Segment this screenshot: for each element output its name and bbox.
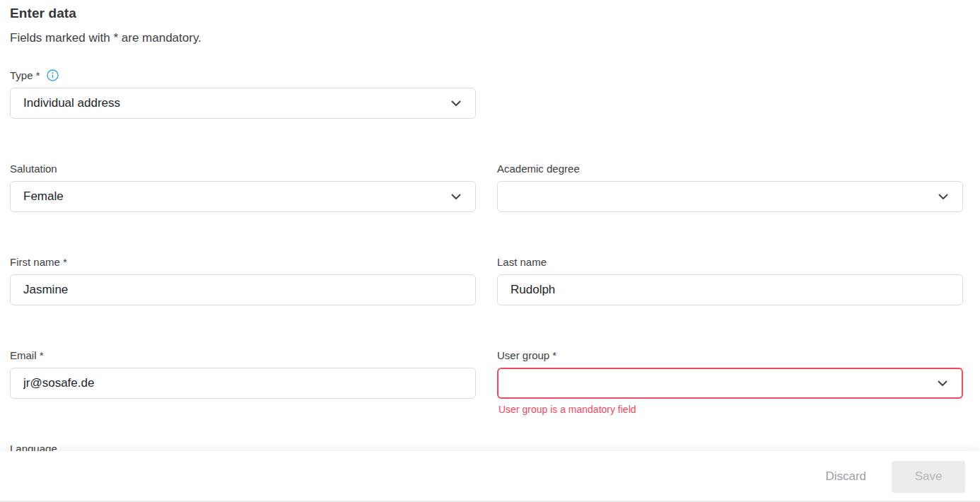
chevron-down-icon (937, 190, 950, 203)
page-title: Enter data (10, 6, 963, 21)
type-select[interactable]: Individual address (10, 88, 476, 119)
salutation-select-value: Female (23, 189, 64, 204)
academic-degree-select[interactable] (497, 181, 963, 212)
salutation-select[interactable]: Female (10, 181, 476, 212)
enter-data-form: Enter data Fields marked with * are mand… (0, 0, 980, 502)
user-group-label: User group * (497, 348, 963, 362)
first-name-label: First name * (10, 255, 476, 269)
form-action-bar: Discard Save (0, 451, 980, 502)
chevron-down-icon (450, 97, 462, 110)
info-icon[interactable] (47, 69, 59, 81)
chevron-down-icon (936, 377, 949, 390)
type-label: Type * (10, 68, 476, 82)
mandatory-fields-note: Fields marked with * are mandatory. (10, 31, 963, 45)
last-name-input[interactable] (497, 274, 963, 305)
last-name-label: Last name (497, 255, 963, 269)
user-group-select[interactable] (497, 368, 963, 399)
chevron-down-icon (450, 190, 462, 203)
academic-degree-label: Academic degree (497, 161, 963, 175)
type-select-value: Individual address (23, 96, 120, 110)
user-group-error-message: User group is a mandatory field (498, 404, 636, 415)
first-name-input[interactable] (10, 274, 476, 305)
salutation-label: Salutation (10, 161, 476, 175)
discard-button[interactable]: Discard (822, 464, 869, 489)
save-button[interactable]: Save (892, 461, 965, 493)
email-input[interactable] (10, 368, 476, 399)
email-label: Email * (10, 348, 476, 362)
